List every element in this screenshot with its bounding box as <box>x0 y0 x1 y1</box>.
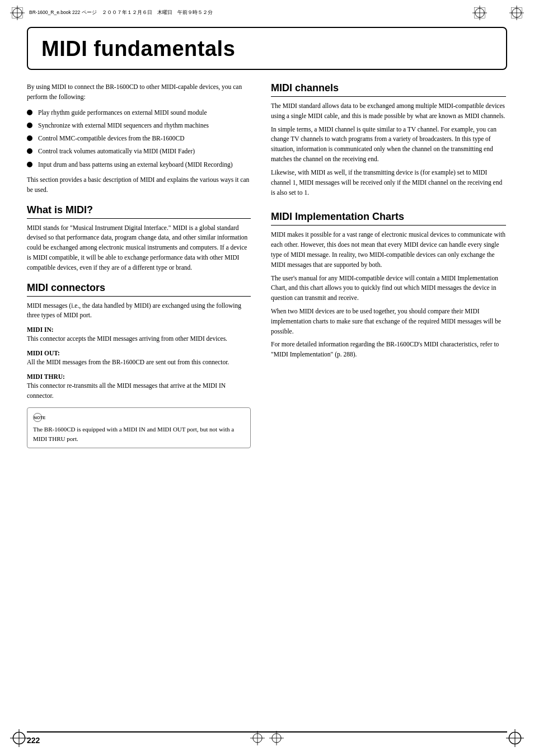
header-meta-text: BR-1600_R_e.book 222 ページ ２００７年１２月６日 木曜日 … <box>29 10 213 15</box>
list-item: Control MMC-compatible devices from the … <box>27 134 251 143</box>
list-item: Input drum and bass patterns using an ex… <box>27 160 251 170</box>
content-area: MIDI fundamentals By using MIDI to conne… <box>0 21 534 465</box>
bottom-center-reg-marks <box>250 731 284 745</box>
left-column: By using MIDI to connect the BR-1600CD t… <box>27 82 251 448</box>
top-right-reg-mark <box>509 6 524 20</box>
bullet-text: Play rhythm guide performances on extern… <box>38 108 207 118</box>
midi-impl-para3: When two MIDI devices are to be used tog… <box>271 307 506 336</box>
list-item: Control track volumes automatically via … <box>27 147 251 156</box>
note-icon: NOTE <box>33 412 49 422</box>
bottom-right-reg-mark <box>506 729 524 747</box>
midi-connectors-intro: MIDI messages (i.e., the data handled by… <box>27 301 251 321</box>
top-left-reg-mark <box>10 6 25 20</box>
bullet-icon <box>27 162 32 167</box>
bullet-icon <box>27 148 32 154</box>
two-column-layout: By using MIDI to connect the BR-1600CD t… <box>27 82 507 448</box>
svg-text:NOTE: NOTE <box>34 415 45 420</box>
intro-footer: This section provides a basic descriptio… <box>27 175 251 195</box>
bullet-text: Input drum and bass patterns using an ex… <box>38 160 232 170</box>
bottom-registration-area <box>0 725 534 752</box>
midi-in-text: This connector accepts the MIDI messages… <box>27 334 251 344</box>
bullet-icon <box>27 123 32 128</box>
top-registration-area: BR-1600_R_e.book 222 ページ ２００７年１２月６日 木曜日 … <box>0 0 534 21</box>
midi-connectors-heading: MIDI connectors <box>27 282 251 297</box>
bullet-text: Synchronize with external MIDI sequencer… <box>38 121 209 130</box>
midi-impl-para4: For more detailed information regarding … <box>271 340 506 360</box>
note-box: NOTE The BR-1600CD is equipped with a MI… <box>27 407 251 448</box>
midi-channels-para3: Likewise, with MIDI as well, if the tran… <box>271 168 506 198</box>
bottom-center-left-reg-mark <box>250 731 265 745</box>
bottom-center-right-reg-mark <box>269 731 284 745</box>
top-center-right-reg-mark <box>472 6 487 20</box>
bullet-icon <box>27 110 32 115</box>
midi-channels-heading: MIDI channels <box>271 82 506 97</box>
midi-thru-text: This connector re-transmits all the MIDI… <box>27 381 251 401</box>
note-text: The BR-1600CD is equipped with a MIDI IN… <box>33 425 245 443</box>
midi-thru-label: MIDI THRU: <box>27 373 251 380</box>
bullet-text: Control MMC-compatible devices from the … <box>38 134 185 143</box>
midi-in-label: MIDI IN: <box>27 326 251 333</box>
what-is-midi-text: MIDI stands for "Musical Instrument Digi… <box>27 223 251 273</box>
midi-impl-para1: MIDI makes it possible for a vast range … <box>271 230 506 270</box>
header-meta: BR-1600_R_e.book 222 ページ ２００７年１２月６日 木曜日 … <box>25 10 472 16</box>
main-title: MIDI fundamentals <box>41 37 235 60</box>
bottom-left-reg-mark <box>10 729 28 747</box>
midi-out-label: MIDI OUT: <box>27 350 251 356</box>
midi-channels-para2: In simple terms, a MIDI channel is quite… <box>271 125 506 165</box>
midi-out-text: All the MIDI messages from the BR-1600CD… <box>27 358 251 368</box>
list-item: Synchronize with external MIDI sequencer… <box>27 121 251 130</box>
top-right-reg-area <box>472 6 524 20</box>
intro-text: By using MIDI to connect the BR-1600CD t… <box>27 82 251 102</box>
midi-implementation-heading: MIDI Implementation Charts <box>271 211 506 226</box>
title-box: MIDI fundamentals <box>27 27 507 70</box>
bullet-list: Play rhythm guide performances on extern… <box>27 108 251 170</box>
bullet-text: Control track volumes automatically via … <box>38 147 195 156</box>
what-is-midi-heading: What is MIDI? <box>27 204 251 219</box>
midi-channels-para1: The MIDI standard allows data to be exch… <box>271 101 506 121</box>
bullet-icon <box>27 135 32 141</box>
right-column: MIDI channels The MIDI standard allows d… <box>271 82 506 448</box>
midi-impl-para2: The user's manual for any MIDI-compatibl… <box>271 274 506 303</box>
page: BR-1600_R_e.book 222 ページ ２００７年１２月６日 木曜日 … <box>0 0 534 756</box>
list-item: Play rhythm guide performances on extern… <box>27 108 251 118</box>
